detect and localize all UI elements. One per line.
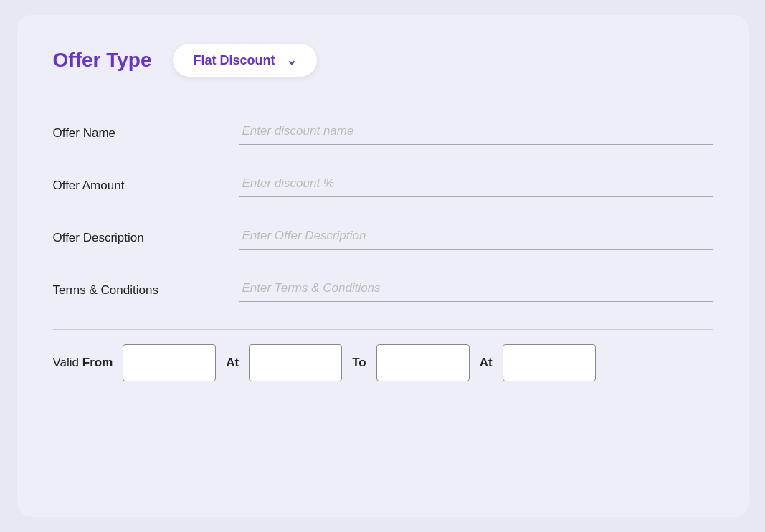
from-bold-text: From (82, 356, 113, 369)
valid-from-label: Valid From (53, 356, 113, 370)
terms-conditions-row: Terms & Conditions (53, 262, 713, 315)
offer-type-label: Offer Type (53, 49, 152, 72)
to-label: To (352, 356, 366, 370)
offer-amount-row: Offer Amount (53, 158, 713, 210)
offer-description-label: Offer Description (53, 231, 239, 250)
at-label-2: At (480, 356, 493, 370)
terms-conditions-input-wrapper (239, 275, 713, 302)
valid-to-time-input[interactable] (503, 344, 596, 381)
offer-name-input[interactable] (239, 118, 713, 145)
valid-from-date-input[interactable] (123, 344, 216, 381)
dropdown-selected-value: Flat Discount (193, 53, 275, 68)
terms-conditions-input[interactable] (239, 275, 713, 302)
offer-name-input-wrapper (239, 118, 713, 145)
offer-amount-label: Offer Amount (53, 179, 239, 197)
offer-name-label: Offer Name (53, 126, 239, 145)
offer-amount-input-wrapper (239, 171, 713, 197)
offer-amount-input[interactable] (239, 171, 713, 197)
valid-prefix-text: Valid (53, 356, 82, 369)
form-section: Offer Name Offer Amount Offer Descriptio… (53, 105, 713, 315)
offer-name-row: Offer Name (53, 105, 713, 158)
section-divider (53, 329, 713, 330)
valid-to-date-input[interactable] (376, 344, 470, 381)
offer-description-input-wrapper (239, 223, 713, 250)
offer-description-row: Offer Description (53, 210, 713, 262)
offer-form-card: Offer Type Flat Discount ⌄ Offer Name Of… (17, 15, 749, 517)
offer-description-input[interactable] (239, 223, 713, 250)
terms-conditions-label: Terms & Conditions (53, 283, 239, 302)
valid-from-row: Valid From At To At (53, 344, 713, 381)
at-label-1: At (226, 356, 239, 370)
header-row: Offer Type Flat Discount ⌄ (53, 44, 713, 77)
chevron-down-icon: ⌄ (286, 52, 297, 68)
offer-type-dropdown[interactable]: Flat Discount ⌄ (173, 44, 317, 77)
valid-from-time-input[interactable] (249, 344, 342, 381)
